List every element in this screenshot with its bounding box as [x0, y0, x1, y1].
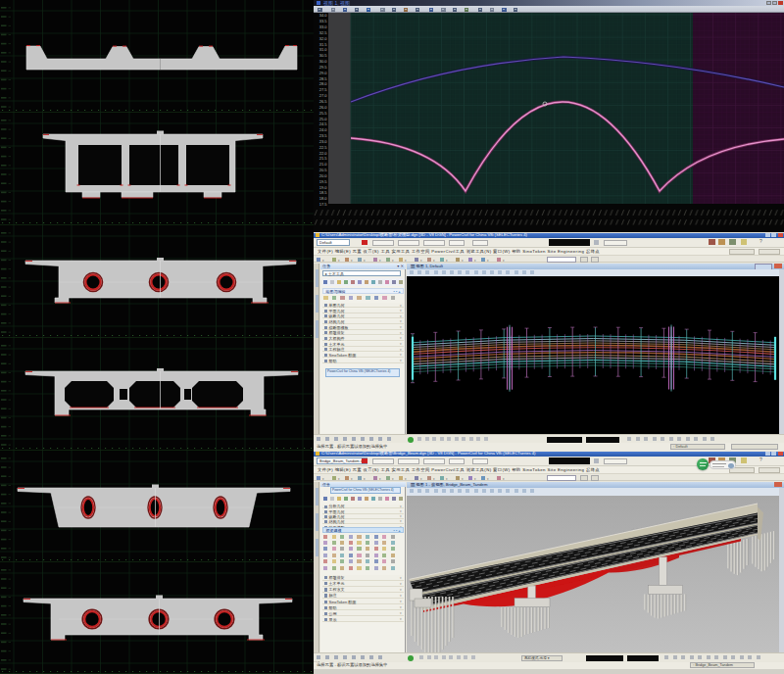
svg-text:30.5: 30.5: [319, 53, 328, 58]
svg-text:26.5: 26.5: [319, 99, 328, 104]
svg-text:33.5: 33.5: [319, 19, 328, 24]
svg-text:19.0: 19.0: [319, 185, 328, 190]
svg-text:32.0: 32.0: [319, 36, 328, 41]
svg-text:18.5: 18.5: [319, 190, 328, 195]
svg-text:34.0: 34.0: [319, 13, 328, 18]
svg-text:17.5: 17.5: [319, 202, 328, 207]
svg-text:21.0: 21.0: [319, 162, 328, 167]
svg-text:28.5: 28.5: [319, 76, 328, 81]
svg-text:32.5: 32.5: [319, 30, 328, 35]
svg-text:23.0: 23.0: [319, 139, 328, 144]
svg-text:20.0: 20.0: [319, 173, 328, 178]
svg-text:27.0: 27.0: [319, 93, 328, 98]
svg-text:31.5: 31.5: [319, 42, 328, 47]
svg-text:29.0: 29.0: [319, 71, 328, 75]
svg-text:23.5: 23.5: [319, 133, 328, 138]
svg-text:27.5: 27.5: [319, 87, 328, 92]
svg-text:25.5: 25.5: [319, 111, 328, 116]
svg-text:22.5: 22.5: [319, 145, 328, 150]
svg-text:28.0: 28.0: [319, 81, 328, 86]
svg-text:31.0: 31.0: [319, 47, 328, 52]
svg-text:24.0: 24.0: [319, 127, 328, 132]
svg-text:19.5: 19.5: [319, 179, 328, 184]
svg-text:26.0: 26.0: [319, 105, 328, 110]
svg-text:25.0: 25.0: [319, 117, 328, 121]
svg-text:20.5: 20.5: [319, 168, 328, 172]
svg-text:33.0: 33.0: [319, 24, 328, 29]
svg-text:29.5: 29.5: [319, 65, 328, 70]
svg-text:22.0: 22.0: [319, 151, 328, 156]
svg-text:24.5: 24.5: [319, 121, 328, 126]
svg-text:30.0: 30.0: [319, 59, 328, 64]
svg-text:21.5: 21.5: [319, 156, 328, 161]
svg-text:18.0: 18.0: [319, 196, 328, 201]
